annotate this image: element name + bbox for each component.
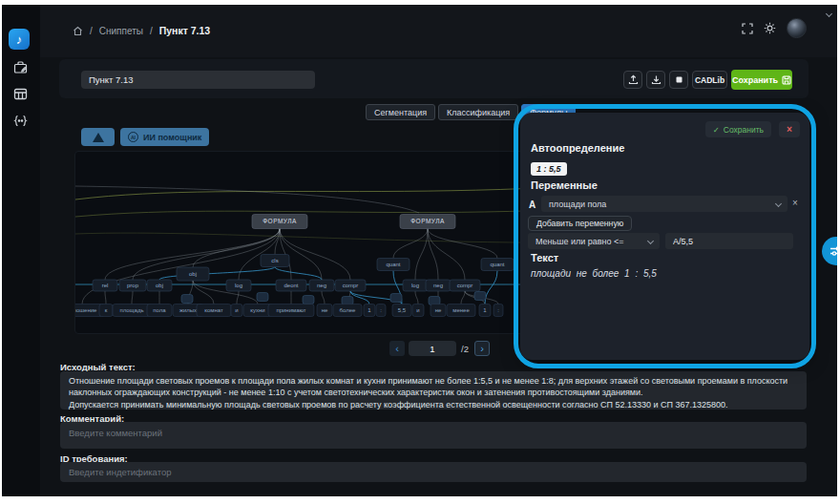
- graph-node[interactable]: cls: [261, 255, 289, 267]
- graph-node[interactable]: [474, 292, 486, 301]
- graph-node[interactable]: [181, 295, 193, 304]
- tab-item[interactable]: Классификация: [438, 104, 518, 120]
- svg-text:принимают: принимают: [276, 307, 305, 313]
- check-icon: ✓: [713, 125, 720, 135]
- formula-editor-panel: ✓ Сохранить × Автоопределение 1 : 5,5 Пе…: [520, 113, 809, 360]
- svg-text:log: log: [235, 283, 242, 288]
- page-number-input[interactable]: [409, 341, 456, 356]
- graph-node[interactable]: quant: [481, 259, 514, 271]
- code-snippet-icon[interactable]: [12, 113, 29, 129]
- graph-node[interactable]: 1: [364, 304, 375, 317]
- cadlib-button[interactable]: CADLib: [692, 71, 727, 89]
- svg-text:и: и: [416, 307, 419, 313]
- graph-edge: [428, 229, 465, 281]
- graph-node[interactable]: obj: [147, 280, 172, 291]
- panel-toggle-button[interactable]: [822, 237, 837, 265]
- ai-assistant-button[interactable]: AI ИИ помощник: [120, 128, 209, 146]
- upload-button[interactable]: [623, 71, 642, 89]
- graph-node[interactable]: deont: [276, 280, 306, 291]
- sidebar: ♪: [2, 5, 40, 496]
- ai-icon: AI: [128, 132, 138, 142]
- graph-node[interactable]: к: [99, 304, 113, 317]
- svg-text:ФОРМУЛА: ФОРМУЛА: [262, 218, 297, 224]
- operator-value: Меньше или равно <=: [536, 237, 624, 246]
- graph-edge: [428, 229, 497, 259]
- graph-node[interactable]: менее: [447, 304, 475, 317]
- top-header: / Сниппеты / Пункт 7.13: [40, 5, 837, 57]
- expression-input[interactable]: [665, 233, 793, 249]
- breadcrumb-section[interactable]: Сниппеты: [99, 26, 143, 36]
- graph-node[interactable]: и: [231, 304, 242, 317]
- page-next-button[interactable]: ›: [474, 341, 490, 356]
- graph-node[interactable]: ФОРМУЛА: [252, 215, 307, 229]
- svg-text:кухни: кухни: [250, 307, 264, 313]
- graph-node[interactable]: [257, 293, 268, 302]
- graph-node[interactable]: комнат: [197, 304, 231, 317]
- graph-node[interactable]: compr: [450, 280, 480, 291]
- graph-node[interactable]: более: [333, 304, 362, 317]
- graph-node[interactable]: quant: [377, 259, 410, 271]
- operator-select[interactable]: Меньше или равно <=: [528, 233, 660, 249]
- download-button[interactable]: [646, 71, 665, 89]
- svg-text:не: не: [322, 307, 328, 313]
- svg-text:комнат: комнат: [204, 307, 223, 313]
- graph-node[interactable]: [303, 296, 314, 304]
- graph-node[interactable]: :: [494, 304, 503, 317]
- requirement-id-input[interactable]: [60, 462, 807, 482]
- chevron-down-icon: [775, 200, 782, 207]
- comment-input[interactable]: [60, 422, 807, 449]
- graph-node[interactable]: obj: [177, 267, 209, 281]
- autodetect-value-chip: 1 : 5,5: [531, 162, 567, 176]
- graph-node[interactable]: [342, 297, 353, 305]
- graph-node[interactable]: не: [317, 304, 332, 317]
- breadcrumb-sep: /: [150, 26, 153, 36]
- graph-edge: [415, 291, 418, 304]
- graph-node[interactable]: neg: [426, 280, 451, 291]
- user-avatar[interactable]: [787, 18, 807, 38]
- graph-node[interactable]: не: [430, 304, 446, 317]
- add-variable-button[interactable]: Добавить переменную: [528, 216, 632, 231]
- variable-remove-button[interactable]: ×: [792, 198, 798, 208]
- app-logo[interactable]: ♪: [9, 29, 30, 50]
- graph-node[interactable]: принимают: [268, 304, 314, 317]
- graph-node[interactable]: compr: [335, 280, 366, 291]
- graph-node[interactable]: [429, 297, 440, 305]
- tab-item[interactable]: Сегментация: [366, 104, 435, 120]
- graph-node[interactable]: и: [412, 304, 424, 317]
- graph-node[interactable]: prop: [119, 280, 146, 291]
- graph-node[interactable]: neg: [309, 280, 334, 291]
- panel-close-button[interactable]: ×: [779, 121, 800, 137]
- table-icon[interactable]: [12, 86, 29, 102]
- snippet-name-input[interactable]: [81, 71, 315, 89]
- warning-triangle-button[interactable]: [81, 128, 115, 146]
- save-button[interactable]: Сохранить: [731, 70, 792, 90]
- panel-save-button[interactable]: ✓ Сохранить: [705, 121, 771, 137]
- theme-sun-icon[interactable]: [764, 22, 776, 34]
- page-total-label: /2: [461, 344, 469, 354]
- app-window: ♪ / Снип: [2, 5, 837, 496]
- graph-node[interactable]: кухни: [243, 304, 272, 317]
- graph-node[interactable]: log: [403, 280, 428, 291]
- graph-node[interactable]: ФОРМУЛА: [400, 215, 455, 229]
- page-prev-button[interactable]: ‹: [389, 341, 405, 356]
- graph-node[interactable]: rel: [93, 280, 117, 291]
- svg-text:rel: rel: [102, 283, 109, 288]
- graph-node[interactable]: [390, 294, 402, 303]
- graph-node[interactable]: площадь: [113, 304, 151, 317]
- graph-node[interactable]: 1: [479, 304, 491, 317]
- graph-node[interactable]: пола: [147, 304, 172, 317]
- home-icon[interactable]: [73, 26, 83, 36]
- portfolio-edit-icon[interactable]: [12, 59, 29, 75]
- graph-node[interactable]: log: [226, 280, 251, 291]
- stop-square-button[interactable]: [669, 71, 688, 89]
- svg-text:compr: compr: [343, 283, 359, 288]
- graph-node[interactable]: 5,5: [392, 304, 411, 317]
- fullscreen-icon[interactable]: [741, 22, 753, 34]
- breadcrumb: / Сниппеты / Пункт 7.13: [73, 25, 210, 36]
- source-paragraph: Отношение площади световых проемов к пло…: [69, 375, 798, 399]
- save-button-label: Сохранить: [732, 75, 778, 85]
- ai-assistant-label: ИИ помощник: [143, 133, 201, 142]
- variable-value-select[interactable]: площади пола: [541, 196, 788, 212]
- svg-text:quant: quant: [386, 262, 400, 267]
- graph-node[interactable]: :: [376, 304, 386, 317]
